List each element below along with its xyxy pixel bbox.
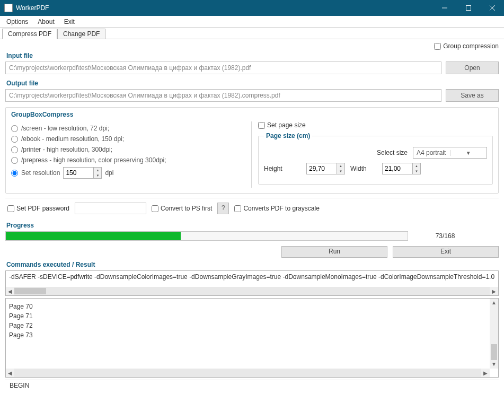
chevron-down-icon: ▼ (450, 150, 487, 156)
menu-options[interactable]: Options (2, 17, 32, 27)
groupbox-compress: GroupBoxCompress /screen - low resolutio… (5, 107, 499, 194)
tab-change-pdf[interactable]: Change PDF (57, 29, 105, 39)
scroll-left-icon[interactable]: ◀ (6, 288, 14, 294)
progress-text: 73/168 (419, 232, 472, 240)
resolution-input[interactable] (64, 170, 93, 177)
page-size-select[interactable]: A4 portrait ▼ (413, 147, 487, 159)
height-label: Height (264, 165, 301, 172)
height-input[interactable] (307, 164, 337, 173)
radio-prepress[interactable]: /prepress - high resolution, color prese… (11, 156, 246, 164)
output-file-label: Output file (6, 80, 498, 87)
width-input[interactable] (383, 164, 412, 173)
scroll-left-icon[interactable]: ◀ (6, 370, 14, 376)
log-vscroll[interactable]: ▲ ▼ (490, 299, 498, 369)
log-hscroll[interactable]: ◀ ▶ (6, 369, 490, 377)
scroll-thumb[interactable] (14, 288, 46, 294)
radio-printer[interactable]: /printer - high resolution, 300dpi; (11, 146, 246, 153)
scroll-right-icon[interactable]: ▶ (481, 370, 490, 376)
grayscale-checkbox[interactable]: Converts PDF to grayscale (234, 205, 319, 212)
exit-button[interactable]: Exit (393, 246, 499, 258)
progress-bar (5, 231, 408, 241)
width-spinner[interactable]: ▲▼ (382, 163, 421, 174)
input-file-field[interactable]: C:\myprojects\workerpdf\test\Московская … (5, 62, 441, 74)
maximize-button[interactable] (456, 0, 480, 16)
chevron-up-icon[interactable]: ▲ (337, 163, 344, 169)
group-compression-checkbox[interactable]: Group compression (434, 42, 499, 50)
commands-label: Commands executed / Result (6, 261, 498, 268)
log-line: Page 71 (9, 312, 495, 320)
titlebar: WorkerPDF (0, 0, 504, 16)
log-box[interactable]: Page 70 Page 71 Page 72 Page 73 ▲ ▼ ◀ ▶ (5, 298, 499, 378)
save-as-button[interactable]: Save as (446, 89, 499, 102)
menu-about[interactable]: About (33, 17, 58, 27)
scroll-thumb[interactable] (491, 344, 497, 360)
groupbox-compress-title: GroupBoxCompress (11, 111, 493, 118)
help-button[interactable]: ? (217, 203, 229, 214)
password-input[interactable] (75, 203, 146, 214)
input-file-label: Input file (6, 52, 498, 59)
window-title: WorkerPDF (16, 4, 432, 12)
width-label: Width (350, 165, 377, 172)
menu-exit[interactable]: Exit (60, 17, 79, 27)
select-size-label: Select size (264, 149, 408, 156)
tabstrip: Compress PDF Change PDF (0, 28, 504, 39)
group-compression-input[interactable] (434, 43, 441, 50)
radio-screen[interactable]: /screen - low resolution, 72 dpi; (11, 125, 246, 132)
page-size-group: Page size (cm) Select size A4 portrait ▼… (258, 132, 493, 185)
radio-ebook[interactable]: /ebook - medium resolution, 150 dpi; (11, 135, 246, 143)
log-line: Page 70 (9, 303, 495, 310)
scroll-up-icon[interactable]: ▲ (490, 299, 498, 307)
chevron-down-icon[interactable]: ▼ (413, 169, 420, 174)
app-icon (4, 4, 13, 12)
log-line: Page 73 (9, 331, 495, 339)
chevron-up-icon[interactable]: ▲ (413, 163, 420, 169)
tab-compress-pdf[interactable]: Compress PDF (2, 29, 57, 39)
set-password-checkbox[interactable]: Set PDF password (7, 205, 69, 212)
commands-hscroll[interactable]: ◀ ▶ (6, 287, 498, 295)
minimize-button[interactable] (432, 0, 456, 16)
output-file-field[interactable]: C:\myprojects\workerpdf\test\Московская … (5, 89, 441, 102)
chevron-down-icon[interactable]: ▼ (94, 173, 101, 178)
chevron-down-icon[interactable]: ▼ (337, 169, 344, 174)
close-button[interactable] (480, 0, 504, 16)
scroll-down-icon[interactable]: ▼ (490, 360, 498, 369)
commands-box[interactable]: -dSAFER -sDEVICE=pdfwrite -dDownsampleCo… (5, 270, 499, 296)
progress-label: Progress (6, 222, 498, 229)
status-bar: BEGIN (5, 380, 499, 391)
chevron-up-icon[interactable]: ▲ (94, 168, 101, 173)
menubar: Options About Exit (0, 16, 504, 28)
scroll-right-icon[interactable]: ▶ (490, 288, 498, 294)
open-button[interactable]: Open (446, 62, 499, 74)
group-compression-label: Group compression (443, 42, 499, 50)
radio-set-resolution[interactable]: Set resolution ▲▼ dpi (11, 167, 246, 179)
commands-text: -dSAFER -sDEVICE=pdfwrite -dDownsampleCo… (6, 271, 498, 283)
convert-ps-checkbox[interactable]: Convert to PS first (152, 205, 212, 212)
svg-rect-1 (466, 6, 471, 11)
set-page-size-checkbox[interactable]: Set page size (258, 121, 493, 129)
run-button[interactable]: Run (281, 246, 387, 258)
page-size-title: Page size (cm) (264, 132, 312, 139)
height-spinner[interactable]: ▲▼ (306, 163, 345, 174)
log-line: Page 72 (9, 322, 495, 329)
resolution-spinner[interactable]: ▲▼ (63, 167, 102, 179)
progress-fill (6, 232, 181, 240)
